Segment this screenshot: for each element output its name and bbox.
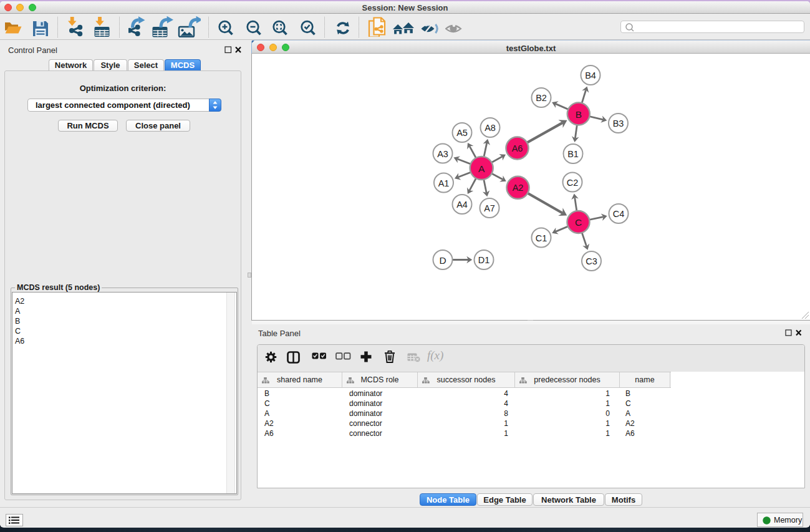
- svg-text:B: B: [576, 109, 582, 120]
- svg-text:A4: A4: [456, 200, 468, 210]
- svg-text:A1: A1: [438, 178, 450, 188]
- svg-text:C2: C2: [567, 178, 579, 188]
- svg-text:A: A: [478, 163, 485, 174]
- svg-text:A3: A3: [437, 149, 448, 159]
- svg-text:B1: B1: [567, 149, 579, 159]
- svg-text:A6: A6: [512, 143, 523, 153]
- svg-text:A8: A8: [485, 123, 496, 133]
- svg-text:A7: A7: [484, 203, 495, 213]
- svg-text:B3: B3: [613, 118, 624, 128]
- svg-text:C4: C4: [613, 209, 625, 219]
- svg-text:D1: D1: [478, 255, 490, 265]
- svg-text:A2: A2: [513, 183, 524, 193]
- svg-text:A5: A5: [456, 128, 468, 138]
- svg-text:B2: B2: [536, 93, 547, 103]
- svg-text:C1: C1: [536, 233, 547, 243]
- svg-text:C: C: [575, 217, 582, 228]
- svg-text:D: D: [439, 255, 446, 266]
- svg-text:C3: C3: [586, 256, 597, 266]
- svg-text:B4: B4: [585, 70, 596, 80]
